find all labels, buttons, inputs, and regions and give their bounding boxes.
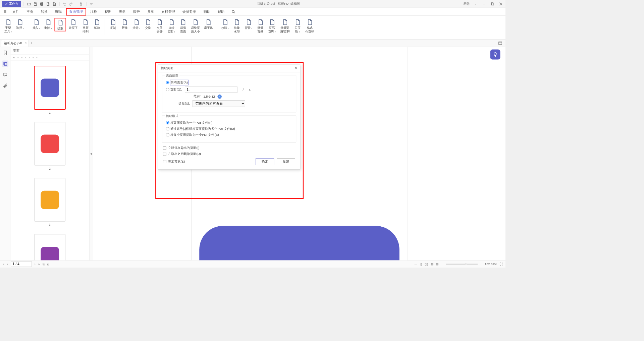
two-page-icon[interactable]: ⊞ bbox=[431, 262, 434, 266]
user-name[interactable]: 若愚 bbox=[464, 2, 470, 6]
single-page-icon[interactable]: ▯ bbox=[420, 262, 422, 266]
ribbon-旋转页面[interactable]: 旋转 页面 ▾ bbox=[166, 18, 177, 34]
tool-icon[interactable]: ▫ bbox=[33, 56, 34, 59]
fit-width-icon[interactable]: ▭ bbox=[415, 262, 418, 266]
page-indicator-input[interactable] bbox=[11, 262, 32, 267]
page-export-icon[interactable] bbox=[46, 1, 50, 6]
ribbon-插入[interactable]: 插入 ▾ bbox=[31, 18, 42, 31]
ok-button[interactable]: 确定 bbox=[256, 158, 274, 165]
tool-icon[interactable]: ▫ bbox=[29, 56, 30, 59]
ribbon-页眉/页脚[interactable]: 页眉/ 页脚 ▾ bbox=[267, 18, 277, 34]
menu-file[interactable]: 文件 bbox=[9, 8, 22, 15]
menu-表单[interactable]: 表单 bbox=[116, 8, 129, 15]
extract-select[interactable]: 范围内的所有页面 bbox=[193, 100, 245, 107]
chevron-down-icon[interactable]: ⌄ bbox=[473, 1, 478, 7]
mode3-radio[interactable]: 将每个页面提取为一个PDF文件(E) bbox=[166, 133, 219, 137]
maximize-button[interactable] bbox=[490, 1, 495, 7]
search-icon[interactable] bbox=[230, 9, 237, 15]
ribbon-交换[interactable]: 交换 bbox=[143, 18, 153, 30]
workspace-button[interactable]: 工作台 bbox=[2, 1, 21, 7]
undo-icon[interactable] bbox=[62, 1, 67, 6]
save-now-checkbox[interactable] bbox=[163, 146, 166, 150]
page-thumbnail[interactable]: 1 bbox=[34, 66, 66, 114]
splitter-handle-icon[interactable]: ◀ bbox=[90, 152, 92, 155]
panel-icon[interactable] bbox=[498, 41, 502, 45]
zoom-slider[interactable] bbox=[446, 264, 477, 265]
tool-icon[interactable]: ▫ bbox=[21, 56, 22, 59]
show-preview-checkbox[interactable] bbox=[163, 160, 166, 163]
menu-编辑[interactable]: 编辑 bbox=[52, 8, 65, 15]
ribbon-扁平化[interactable]: 扁平化 bbox=[202, 18, 214, 30]
menu-转换[interactable]: 转换 bbox=[38, 8, 51, 15]
page-thumbnail[interactable]: 3 bbox=[34, 178, 66, 226]
zoom-in-button[interactable]: + bbox=[480, 262, 482, 266]
ribbon-删除[interactable]: 删除 ▾ bbox=[43, 18, 53, 31]
tabstrip-right[interactable] bbox=[498, 41, 504, 45]
ribbon-选择[interactable]: 选择 ▾ bbox=[14, 18, 25, 31]
pages-icon[interactable] bbox=[2, 61, 8, 67]
menu-保护[interactable]: 保护 bbox=[130, 8, 143, 15]
ribbon-复制[interactable]: 复制 bbox=[108, 18, 118, 30]
prev-page-button[interactable]: ‹ bbox=[7, 262, 8, 266]
continuous-icon[interactable]: ▯▯ bbox=[425, 262, 428, 266]
ribbon-贝茨数[interactable]: 贝茨 数 ▾ bbox=[292, 18, 303, 34]
page-up-icon[interactable]: ⎘ bbox=[43, 262, 44, 266]
comments-icon[interactable] bbox=[2, 72, 8, 78]
menu-视图[interactable]: 视图 bbox=[101, 8, 114, 15]
tool-icon[interactable]: ▫ bbox=[17, 56, 18, 59]
menu-主页[interactable]: 主页 bbox=[23, 8, 37, 15]
ribbon-调整页面大小[interactable]: 调整页 面大小 bbox=[190, 18, 201, 34]
minimize-button[interactable] bbox=[481, 1, 487, 7]
qat-more-icon[interactable] bbox=[89, 1, 94, 6]
ribbon-格式化页码[interactable]: 格式 化页码 bbox=[304, 18, 316, 34]
ribbon-批量页眉/页脚[interactable]: 批量页 眉/页脚 bbox=[278, 18, 291, 34]
close-button[interactable] bbox=[498, 1, 503, 7]
idea-bulb-button[interactable] bbox=[490, 50, 500, 60]
collapse-icon[interactable]: « bbox=[13, 56, 15, 59]
close-icon[interactable]: × bbox=[25, 41, 27, 45]
all-pages-radio-input[interactable] bbox=[166, 81, 169, 84]
dialog-close-button[interactable]: ✕ bbox=[294, 66, 297, 70]
delete-after-checkbox[interactable] bbox=[163, 153, 166, 156]
next-page-button[interactable]: › bbox=[35, 262, 36, 266]
menu-帮助[interactable]: 帮助 bbox=[215, 8, 228, 15]
menu-辅助[interactable]: 辅助 bbox=[200, 8, 213, 15]
open-icon[interactable] bbox=[26, 1, 31, 6]
ribbon-背景[interactable]: 背景 ▾ bbox=[243, 18, 254, 31]
ribbon-水印[interactable]: 水印 ▾ bbox=[220, 18, 230, 31]
zoom-knob[interactable] bbox=[465, 263, 467, 265]
redo-icon[interactable] bbox=[68, 1, 73, 6]
mode1-radio-input[interactable] bbox=[166, 121, 169, 124]
touch-icon[interactable] bbox=[79, 1, 84, 6]
ribbon-移动[interactable]: 移动 bbox=[92, 18, 102, 30]
zoom-out-button[interactable]: − bbox=[441, 262, 443, 266]
page-down-icon[interactable]: ⎗ bbox=[47, 262, 49, 266]
info-icon[interactable]: i bbox=[218, 94, 222, 99]
pages-radio-input[interactable] bbox=[166, 88, 169, 91]
mode2-radio-input[interactable] bbox=[166, 127, 169, 130]
all-pages-radio[interactable]: 所有页面(A) bbox=[166, 80, 189, 85]
two-continuous-icon[interactable]: ⊞ bbox=[436, 262, 439, 266]
page-thumbnail[interactable]: 2 bbox=[34, 122, 66, 170]
document-tab[interactable]: 福昕办公.pdf × bbox=[1, 40, 29, 46]
menu-共享[interactable]: 共享 bbox=[144, 8, 157, 15]
add-tab-button[interactable]: + bbox=[31, 41, 33, 45]
page-thumbnail[interactable]: 4 bbox=[34, 234, 66, 261]
tool-icon[interactable]: ▫ bbox=[25, 56, 26, 59]
mode3-radio-input[interactable] bbox=[166, 133, 169, 136]
ribbon-手型工具[interactable]: 手型 工具 ▾ bbox=[3, 18, 13, 34]
tool-icon[interactable]: ▫ bbox=[36, 56, 37, 59]
mode1-radio[interactable]: 将页面提取为一个PDF文件(P) bbox=[166, 121, 213, 125]
first-page-button[interactable]: « bbox=[3, 262, 4, 266]
page-add-icon[interactable] bbox=[52, 1, 57, 6]
menu-hamburger-icon[interactable]: ☰ bbox=[2, 9, 8, 14]
ribbon-交叉合并[interactable]: 交叉 合并 bbox=[154, 18, 165, 34]
menu-页面管理[interactable]: 页面管理 bbox=[66, 8, 86, 15]
ribbon-批量水印[interactable]: 批量 水印 bbox=[231, 18, 242, 34]
fullscreen-icon[interactable]: ⛶ bbox=[500, 262, 503, 266]
splitter[interactable]: ◀ bbox=[90, 47, 93, 261]
ribbon-替换[interactable]: 替换 bbox=[119, 18, 130, 30]
mode2-radio[interactable]: 通过逗号(,)标识将页面提取为多个PDF文件(M) bbox=[166, 127, 235, 131]
menu-文档管理[interactable]: 文档管理 bbox=[158, 8, 178, 15]
attachments-icon[interactable] bbox=[2, 82, 8, 89]
